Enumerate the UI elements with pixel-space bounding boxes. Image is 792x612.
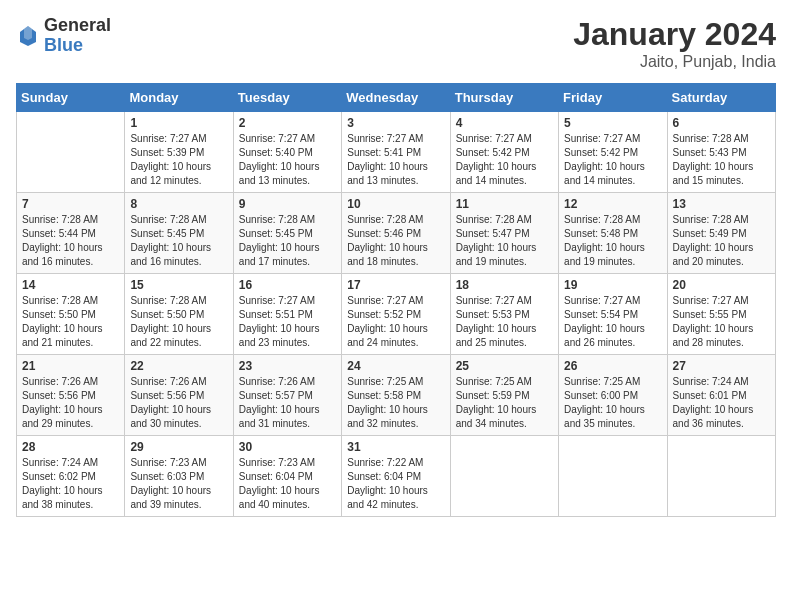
calendar-subtitle: Jaito, Punjab, India	[573, 53, 776, 71]
day-number: 13	[673, 197, 770, 211]
day-number: 16	[239, 278, 336, 292]
day-cell: 20Sunrise: 7:27 AM Sunset: 5:55 PM Dayli…	[667, 274, 775, 355]
day-cell: 28Sunrise: 7:24 AM Sunset: 6:02 PM Dayli…	[17, 436, 125, 517]
day-number: 2	[239, 116, 336, 130]
day-info: Sunrise: 7:25 AM Sunset: 5:59 PM Dayligh…	[456, 375, 553, 431]
day-info: Sunrise: 7:27 AM Sunset: 5:42 PM Dayligh…	[456, 132, 553, 188]
calendar-header: SundayMondayTuesdayWednesdayThursdayFrid…	[17, 84, 776, 112]
day-number: 24	[347, 359, 444, 373]
column-header-thursday: Thursday	[450, 84, 558, 112]
day-info: Sunrise: 7:27 AM Sunset: 5:53 PM Dayligh…	[456, 294, 553, 350]
logo-text: General Blue	[44, 16, 111, 56]
day-info: Sunrise: 7:24 AM Sunset: 6:02 PM Dayligh…	[22, 456, 119, 512]
day-info: Sunrise: 7:28 AM Sunset: 5:45 PM Dayligh…	[239, 213, 336, 269]
day-number: 8	[130, 197, 227, 211]
day-cell: 8Sunrise: 7:28 AM Sunset: 5:45 PM Daylig…	[125, 193, 233, 274]
day-cell: 27Sunrise: 7:24 AM Sunset: 6:01 PM Dayli…	[667, 355, 775, 436]
day-cell: 10Sunrise: 7:28 AM Sunset: 5:46 PM Dayli…	[342, 193, 450, 274]
column-header-tuesday: Tuesday	[233, 84, 341, 112]
day-cell: 22Sunrise: 7:26 AM Sunset: 5:56 PM Dayli…	[125, 355, 233, 436]
day-number: 25	[456, 359, 553, 373]
week-row-3: 14Sunrise: 7:28 AM Sunset: 5:50 PM Dayli…	[17, 274, 776, 355]
day-info: Sunrise: 7:27 AM Sunset: 5:39 PM Dayligh…	[130, 132, 227, 188]
day-info: Sunrise: 7:28 AM Sunset: 5:44 PM Dayligh…	[22, 213, 119, 269]
day-cell: 11Sunrise: 7:28 AM Sunset: 5:47 PM Dayli…	[450, 193, 558, 274]
column-header-wednesday: Wednesday	[342, 84, 450, 112]
day-info: Sunrise: 7:28 AM Sunset: 5:46 PM Dayligh…	[347, 213, 444, 269]
week-row-4: 21Sunrise: 7:26 AM Sunset: 5:56 PM Dayli…	[17, 355, 776, 436]
day-number: 4	[456, 116, 553, 130]
day-info: Sunrise: 7:26 AM Sunset: 5:57 PM Dayligh…	[239, 375, 336, 431]
day-cell: 16Sunrise: 7:27 AM Sunset: 5:51 PM Dayli…	[233, 274, 341, 355]
title-block: January 2024 Jaito, Punjab, India	[573, 16, 776, 71]
day-number: 7	[22, 197, 119, 211]
day-info: Sunrise: 7:25 AM Sunset: 5:58 PM Dayligh…	[347, 375, 444, 431]
day-number: 14	[22, 278, 119, 292]
day-info: Sunrise: 7:25 AM Sunset: 6:00 PM Dayligh…	[564, 375, 661, 431]
day-info: Sunrise: 7:28 AM Sunset: 5:47 PM Dayligh…	[456, 213, 553, 269]
day-cell	[450, 436, 558, 517]
logo-icon	[16, 24, 40, 48]
day-info: Sunrise: 7:27 AM Sunset: 5:52 PM Dayligh…	[347, 294, 444, 350]
day-cell: 6Sunrise: 7:28 AM Sunset: 5:43 PM Daylig…	[667, 112, 775, 193]
page-header: General Blue January 2024 Jaito, Punjab,…	[16, 16, 776, 71]
day-cell: 9Sunrise: 7:28 AM Sunset: 5:45 PM Daylig…	[233, 193, 341, 274]
day-info: Sunrise: 7:26 AM Sunset: 5:56 PM Dayligh…	[22, 375, 119, 431]
day-cell: 23Sunrise: 7:26 AM Sunset: 5:57 PM Dayli…	[233, 355, 341, 436]
day-cell: 29Sunrise: 7:23 AM Sunset: 6:03 PM Dayli…	[125, 436, 233, 517]
day-cell: 18Sunrise: 7:27 AM Sunset: 5:53 PM Dayli…	[450, 274, 558, 355]
day-cell: 2Sunrise: 7:27 AM Sunset: 5:40 PM Daylig…	[233, 112, 341, 193]
week-row-5: 28Sunrise: 7:24 AM Sunset: 6:02 PM Dayli…	[17, 436, 776, 517]
day-info: Sunrise: 7:28 AM Sunset: 5:43 PM Dayligh…	[673, 132, 770, 188]
column-header-friday: Friday	[559, 84, 667, 112]
day-cell: 4Sunrise: 7:27 AM Sunset: 5:42 PM Daylig…	[450, 112, 558, 193]
day-info: Sunrise: 7:28 AM Sunset: 5:45 PM Dayligh…	[130, 213, 227, 269]
day-cell: 5Sunrise: 7:27 AM Sunset: 5:42 PM Daylig…	[559, 112, 667, 193]
day-number: 12	[564, 197, 661, 211]
logo-blue: Blue	[44, 36, 111, 56]
day-cell: 15Sunrise: 7:28 AM Sunset: 5:50 PM Dayli…	[125, 274, 233, 355]
day-info: Sunrise: 7:22 AM Sunset: 6:04 PM Dayligh…	[347, 456, 444, 512]
day-number: 19	[564, 278, 661, 292]
day-number: 3	[347, 116, 444, 130]
day-number: 21	[22, 359, 119, 373]
day-info: Sunrise: 7:27 AM Sunset: 5:41 PM Dayligh…	[347, 132, 444, 188]
day-info: Sunrise: 7:27 AM Sunset: 5:40 PM Dayligh…	[239, 132, 336, 188]
day-number: 30	[239, 440, 336, 454]
week-row-2: 7Sunrise: 7:28 AM Sunset: 5:44 PM Daylig…	[17, 193, 776, 274]
day-info: Sunrise: 7:27 AM Sunset: 5:51 PM Dayligh…	[239, 294, 336, 350]
day-cell: 1Sunrise: 7:27 AM Sunset: 5:39 PM Daylig…	[125, 112, 233, 193]
day-info: Sunrise: 7:27 AM Sunset: 5:42 PM Dayligh…	[564, 132, 661, 188]
day-cell: 12Sunrise: 7:28 AM Sunset: 5:48 PM Dayli…	[559, 193, 667, 274]
day-info: Sunrise: 7:26 AM Sunset: 5:56 PM Dayligh…	[130, 375, 227, 431]
day-number: 22	[130, 359, 227, 373]
day-info: Sunrise: 7:23 AM Sunset: 6:03 PM Dayligh…	[130, 456, 227, 512]
day-cell	[559, 436, 667, 517]
day-info: Sunrise: 7:24 AM Sunset: 6:01 PM Dayligh…	[673, 375, 770, 431]
day-number: 5	[564, 116, 661, 130]
day-cell: 19Sunrise: 7:27 AM Sunset: 5:54 PM Dayli…	[559, 274, 667, 355]
day-number: 9	[239, 197, 336, 211]
day-info: Sunrise: 7:27 AM Sunset: 5:55 PM Dayligh…	[673, 294, 770, 350]
calendar-body: 1Sunrise: 7:27 AM Sunset: 5:39 PM Daylig…	[17, 112, 776, 517]
day-cell: 13Sunrise: 7:28 AM Sunset: 5:49 PM Dayli…	[667, 193, 775, 274]
day-number: 6	[673, 116, 770, 130]
day-cell: 7Sunrise: 7:28 AM Sunset: 5:44 PM Daylig…	[17, 193, 125, 274]
day-info: Sunrise: 7:28 AM Sunset: 5:50 PM Dayligh…	[130, 294, 227, 350]
day-cell	[17, 112, 125, 193]
day-number: 17	[347, 278, 444, 292]
day-number: 23	[239, 359, 336, 373]
day-number: 31	[347, 440, 444, 454]
day-cell: 17Sunrise: 7:27 AM Sunset: 5:52 PM Dayli…	[342, 274, 450, 355]
day-number: 15	[130, 278, 227, 292]
day-cell: 3Sunrise: 7:27 AM Sunset: 5:41 PM Daylig…	[342, 112, 450, 193]
day-number: 18	[456, 278, 553, 292]
day-number: 29	[130, 440, 227, 454]
header-row: SundayMondayTuesdayWednesdayThursdayFrid…	[17, 84, 776, 112]
day-cell: 26Sunrise: 7:25 AM Sunset: 6:00 PM Dayli…	[559, 355, 667, 436]
calendar-title: January 2024	[573, 16, 776, 53]
column-header-sunday: Sunday	[17, 84, 125, 112]
day-cell: 21Sunrise: 7:26 AM Sunset: 5:56 PM Dayli…	[17, 355, 125, 436]
day-cell	[667, 436, 775, 517]
day-number: 1	[130, 116, 227, 130]
